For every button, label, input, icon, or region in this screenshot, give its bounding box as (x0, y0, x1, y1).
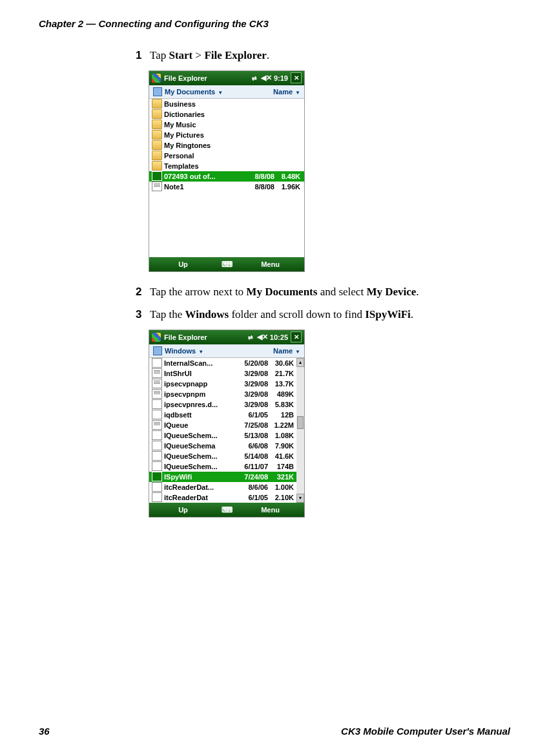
file-row[interactable]: IntShrUI3/29/0821.7K (149, 368, 304, 379)
up-button[interactable]: Up (149, 260, 217, 268)
step-text: Tap the arrow next to (150, 286, 246, 298)
file-name: itcReaderDat (164, 494, 237, 501)
file-row[interactable]: ipsecvpnapp3/29/0813.7K (149, 379, 304, 389)
scroll-thumb[interactable] (297, 416, 304, 429)
file-name: ipsecvpnpm (164, 390, 237, 398)
file-size: 1.96K (274, 183, 302, 191)
file-date: 5/13/08 (237, 432, 268, 439)
keyboard-icon[interactable]: ⌨ (217, 505, 236, 514)
connectivity-icon[interactable]: ⇄ (248, 334, 253, 341)
file-row[interactable]: Personal (149, 151, 304, 161)
file-name: IntShrUI (164, 370, 237, 377)
file-name: Dictionaries (164, 110, 243, 118)
chevron-down-icon: ▼ (218, 90, 223, 96)
step-text: . (267, 49, 269, 61)
file-row[interactable]: IQueueSchem...5/13/081.08K (149, 430, 304, 441)
file-size: 489K (268, 390, 295, 398)
softkey-bar: Up ⌨ Menu (149, 257, 304, 271)
file-row[interactable]: InternalScan...5/20/0830.6K (149, 358, 304, 368)
file-row[interactable]: My Music (149, 120, 304, 130)
file-row[interactable]: ipsecvpnpm3/29/08489K (149, 389, 304, 399)
close-button[interactable]: ✕ (291, 72, 302, 83)
volume-icon[interactable]: ◀✕ (257, 333, 268, 341)
file-name: ISpyWifi (164, 473, 237, 481)
start-icon[interactable] (152, 333, 161, 342)
step-bold: File Explorer (204, 49, 266, 61)
step-2: 2 Tap the arrow next to My Documents and… (136, 284, 510, 300)
file-date: 7/24/08 (237, 473, 268, 481)
screenshot-file-explorer-windows: File Explorer ⇄ ◀✕ 10:25 ✕ Windows▼ Name… (149, 330, 305, 518)
step-text: Tap (150, 49, 169, 61)
menu-button[interactable]: Menu (236, 260, 304, 268)
app-title: File Explorer (164, 333, 248, 341)
file-row[interactable]: My Ringtones (149, 140, 304, 151)
file-row[interactable]: Dictionaries (149, 109, 304, 120)
doc-icon (152, 379, 162, 388)
folder-icon (152, 151, 162, 160)
titlebar: File Explorer ⇄ ◀✕ 10:25 ✕ (149, 330, 304, 344)
file-name: IQueueSchem... (164, 452, 237, 460)
location-dropdown[interactable]: My Documents▼ (165, 88, 223, 96)
step-number: 3 (136, 306, 147, 323)
file-row[interactable]: 072493 out of...8/8/088.48K (149, 171, 304, 182)
folder-icon (152, 161, 162, 171)
app-icon (152, 430, 162, 440)
file-name: ipsecvpnapp (164, 380, 237, 388)
softkey-bar: Up ⌨ Menu (149, 503, 304, 517)
file-row[interactable]: ipsecvpnres.d...3/29/085.83K (149, 399, 304, 410)
file-list[interactable]: BusinessDictionariesMy MusicMy PicturesM… (149, 99, 304, 257)
app-icon (152, 451, 162, 461)
file-row[interactable]: itcReaderDat6/1/052.10K (149, 492, 304, 503)
up-button[interactable]: Up (149, 506, 217, 514)
file-row[interactable]: My Pictures (149, 130, 304, 140)
file-date: 5/14/08 (237, 452, 268, 460)
file-row[interactable]: IQueueSchem...6/11/07174B (149, 461, 304, 472)
chapter-header: Chapter 2 — Connecting and Configuring t… (39, 18, 510, 29)
scroll-down-button[interactable]: ▼ (296, 494, 304, 503)
file-date: 6/1/05 (237, 494, 268, 501)
folder-icon (152, 99, 162, 109)
location-dropdown[interactable]: Windows▼ (165, 347, 203, 355)
file-list[interactable]: ▲ ▼ InternalScan...5/20/0830.6KIntShrUI3… (149, 358, 304, 503)
chevron-down-icon: ▼ (295, 90, 300, 96)
app-icon (152, 492, 162, 502)
file-row[interactable]: Business (149, 99, 304, 109)
keyboard-icon[interactable]: ⌨ (217, 260, 236, 269)
file-date: 8/6/06 (237, 483, 268, 491)
file-row[interactable]: itcReaderDat...8/6/061.00K (149, 482, 304, 492)
connectivity-icon[interactable]: ⇄ (252, 75, 257, 81)
file-name: My Pictures (164, 131, 243, 139)
step-bold: My Documents (246, 286, 317, 298)
file-row[interactable]: iqdbsett6/1/0512B (149, 410, 304, 420)
file-row[interactable]: Templates (149, 161, 304, 171)
sort-dropdown[interactable]: Name▼ (273, 347, 300, 355)
close-button[interactable]: ✕ (291, 331, 302, 342)
app-title: File Explorer (164, 74, 252, 82)
start-icon[interactable] (152, 74, 161, 83)
file-row[interactable]: IQueueSchema6/6/087.90K (149, 441, 304, 451)
file-name: Note1 (164, 183, 243, 191)
file-date: 6/1/05 (237, 411, 268, 419)
folder-icon (152, 140, 162, 150)
scroll-track[interactable] (296, 367, 304, 494)
step-text: . (416, 286, 419, 298)
scrollbar[interactable]: ▲ ▼ (296, 358, 304, 503)
file-row[interactable]: ISpyWifi7/24/08321K (149, 472, 304, 482)
file-size: 174B (268, 463, 295, 470)
menu-button[interactable]: Menu (236, 506, 304, 514)
file-row[interactable]: IQueueSchem...5/14/0841.6K (149, 451, 304, 461)
sort-dropdown[interactable]: Name▼ (273, 88, 300, 96)
step-bold: Start (169, 49, 192, 61)
volume-icon[interactable]: ◀✕ (261, 74, 272, 82)
step-text: and select (317, 286, 366, 298)
file-row[interactable]: Note18/8/081.96K (149, 182, 304, 192)
app-icon (152, 358, 162, 368)
app-icon (152, 441, 162, 450)
step-number: 1 (136, 47, 147, 64)
step-bold: ISpyWiFi (365, 308, 411, 320)
screenshot-file-explorer-mydocs: File Explorer ⇄ ◀✕ 9:19 ✕ My Documents▼ … (149, 70, 305, 272)
file-size: 1.00K (268, 483, 295, 491)
file-date: 3/29/08 (237, 370, 268, 377)
file-row[interactable]: IQueue7/25/081.22M (149, 420, 304, 430)
scroll-up-button[interactable]: ▲ (296, 358, 304, 367)
